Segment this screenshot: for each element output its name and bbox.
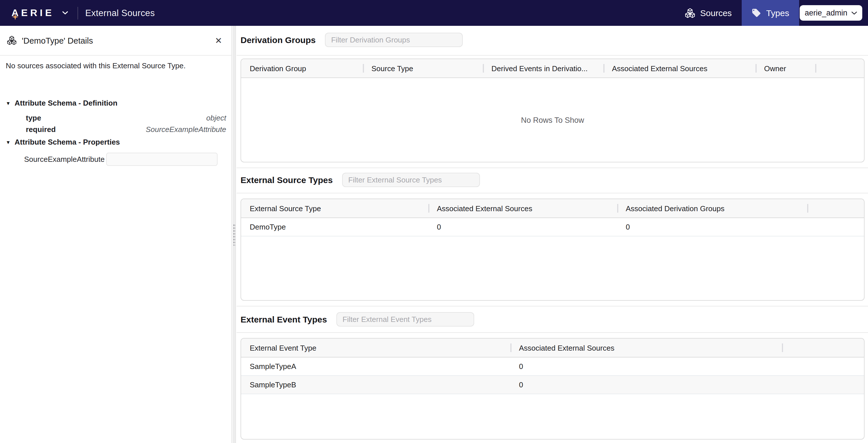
user-menu-button[interactable]: aerie_admin xyxy=(799,5,862,21)
section-title: External Source Types xyxy=(241,175,333,185)
external-source-types-table: External Source TypeAssociated External … xyxy=(241,198,865,301)
section-divider xyxy=(237,167,868,168)
filter-external-source-types-input[interactable] xyxy=(342,173,479,187)
schema-key: required xyxy=(26,125,56,133)
user-menu-label: aerie_admin xyxy=(805,9,847,17)
table-cell: 0 xyxy=(617,223,807,231)
external-event-types-header: External Event Types xyxy=(241,312,474,326)
schema-key: type xyxy=(26,113,41,122)
details-panel-title: 'DemoType' Details xyxy=(22,36,93,45)
column-header[interactable]: Derivation Group xyxy=(241,59,363,77)
column-header[interactable]: Associated External Sources xyxy=(603,59,755,77)
collapse-properties-section[interactable]: ▼ Attribute Schema - Properties xyxy=(6,138,120,146)
table-cell: 0 xyxy=(510,362,782,371)
app-window: AERIE External Sources xyxy=(0,0,868,443)
table-row[interactable]: SampleTypeB0 xyxy=(241,376,864,394)
section-divider xyxy=(237,306,868,307)
collapse-triangle-icon: ▼ xyxy=(6,100,11,106)
column-header[interactable]: External Event Type xyxy=(241,339,510,357)
chevron-down-icon xyxy=(62,11,69,15)
details-panel-header: 'DemoType' Details ✕ xyxy=(0,26,231,55)
section-title: External Event Types xyxy=(241,314,327,324)
panel-divider xyxy=(0,55,231,56)
collapse-definition-section[interactable]: ▼ Attribute Schema - Definition xyxy=(6,99,117,107)
grip-dots-icon xyxy=(233,224,236,246)
cubes-icon xyxy=(685,8,695,18)
derivation-groups-header: Derivation Groups xyxy=(241,33,463,47)
nav-item-label: Types xyxy=(766,8,789,18)
derivation-groups-table: Derivation GroupSource TypeDerived Event… xyxy=(241,59,865,162)
external-source-types-header: External Source Types xyxy=(241,173,479,187)
app-menu-button[interactable]: AERIE xyxy=(10,8,69,18)
column-header[interactable] xyxy=(807,199,864,218)
schema-value: SourceExampleAttribute xyxy=(146,125,226,133)
column-header[interactable]: Owner xyxy=(755,59,815,77)
no-sources-message: No sources associated with this External… xyxy=(6,61,226,70)
column-header[interactable]: Derived Events in Derivatio... xyxy=(483,59,603,77)
navbar-right: Sources Types aerie_admin xyxy=(675,0,868,26)
schema-row-required: required SourceExampleAttribute xyxy=(26,123,226,135)
table-cell: DemoType xyxy=(241,223,428,231)
table-header-row: External Event TypeAssociated External S… xyxy=(241,339,864,357)
cubes-icon xyxy=(7,36,17,45)
column-header[interactable]: External Source Type xyxy=(241,199,428,218)
close-icon[interactable]: ✕ xyxy=(213,35,224,46)
filter-external-event-types-input[interactable] xyxy=(336,312,474,326)
property-row: SourceExampleAttribute xyxy=(24,153,218,166)
empty-state: No Rows To Show xyxy=(241,116,864,125)
table-cell: 0 xyxy=(510,380,782,389)
column-header[interactable]: Associated External Sources xyxy=(510,339,782,357)
nav-item-label: Sources xyxy=(700,8,732,18)
column-header[interactable] xyxy=(815,59,864,77)
column-header[interactable] xyxy=(782,339,864,357)
navbar-divider xyxy=(78,7,79,19)
main-content: Derivation Groups Derivation GroupSource… xyxy=(237,26,868,443)
column-header[interactable]: Associated Derivation Groups xyxy=(617,199,807,218)
section-divider xyxy=(237,193,868,193)
chevron-down-icon xyxy=(851,11,857,14)
table-cell: SampleTypeA xyxy=(241,362,510,371)
table-header-row: External Source TypeAssociated External … xyxy=(241,199,864,218)
tag-icon xyxy=(751,8,761,18)
property-label: SourceExampleAttribute xyxy=(24,155,104,163)
column-header[interactable]: Source Type xyxy=(363,59,483,77)
navbar-left: AERIE External Sources xyxy=(0,0,155,26)
schema-value: object xyxy=(206,113,226,122)
property-value-input[interactable] xyxy=(106,153,218,166)
table-row[interactable]: DemoType00 xyxy=(241,218,864,236)
table-body: SampleTypeA0SampleTypeB0 xyxy=(241,357,864,394)
section-label: Attribute Schema - Properties xyxy=(14,138,120,146)
table-cell: SampleTypeB xyxy=(241,380,510,389)
table-header-row: Derivation GroupSource TypeDerived Event… xyxy=(241,59,864,78)
section-divider xyxy=(237,332,868,333)
top-navbar: AERIE External Sources xyxy=(0,0,868,26)
nav-item-sources[interactable]: Sources xyxy=(675,0,741,26)
table-body: DemoType00 xyxy=(241,218,864,236)
section-label: Attribute Schema - Definition xyxy=(14,99,117,107)
table-row[interactable]: SampleTypeA0 xyxy=(241,357,864,376)
panel-resize-handle[interactable] xyxy=(232,26,236,443)
collapse-triangle-icon: ▼ xyxy=(6,139,11,145)
column-header[interactable]: Associated External Sources xyxy=(428,199,617,218)
star-icon xyxy=(12,14,19,20)
details-panel: 'DemoType' Details ✕ No sources associat… xyxy=(0,26,232,443)
page-title: External Sources xyxy=(85,8,155,18)
filter-derivation-groups-input[interactable] xyxy=(325,33,463,47)
section-title: Derivation Groups xyxy=(241,35,316,45)
external-event-types-table: External Event TypeAssociated External S… xyxy=(241,338,865,440)
table-cell: 0 xyxy=(428,223,617,231)
schema-row-type: type object xyxy=(26,112,226,123)
aerie-logo: AERIE xyxy=(10,8,54,18)
nav-item-types[interactable]: Types xyxy=(741,0,799,26)
section-divider xyxy=(237,55,868,56)
